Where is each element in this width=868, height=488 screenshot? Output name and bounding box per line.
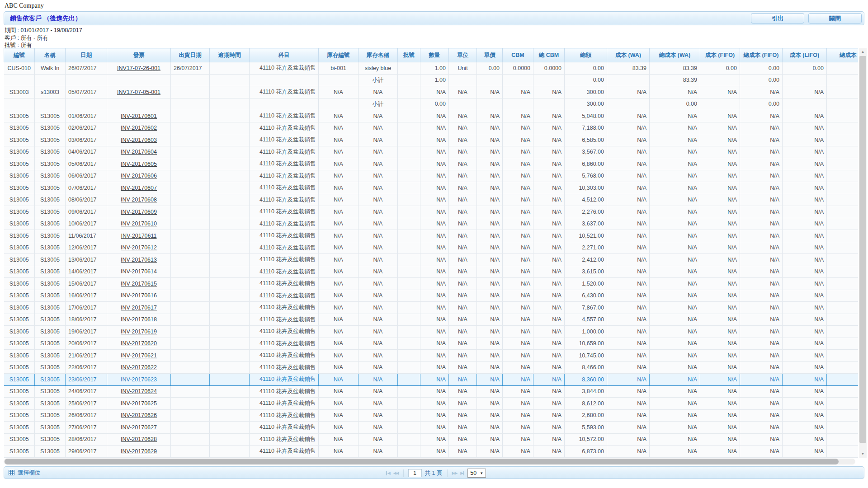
invoice-link[interactable]: INV-20170612 xyxy=(121,244,157,251)
invoice-link[interactable]: INV-20170617 xyxy=(121,305,157,311)
table-row[interactable]: S13005S1300526/06/2017INV-2017062641110 … xyxy=(4,409,859,422)
invoice-link[interactable]: INV-20170615 xyxy=(121,281,157,287)
invoice-link[interactable]: INV-20170611 xyxy=(121,233,157,239)
table-row[interactable]: S13005S1300506/06/2017INV-2017060641110 … xyxy=(4,170,859,182)
cell-cost-fifo: N/A xyxy=(700,398,740,410)
table-row[interactable]: S13005S1300523/06/2017INV-2017062341110 … xyxy=(4,374,859,386)
table-row[interactable]: S13005S1300521/06/2017INV-2017062141110 … xyxy=(4,350,859,362)
subtotal-row[interactable]: 小計0.00300.000.000.00 xyxy=(4,98,859,110)
invoice-link[interactable]: INV17-07-26-001 xyxy=(117,65,160,71)
scroll-down-icon[interactable]: ▼ xyxy=(859,450,867,458)
invoice-link[interactable]: INV-20170604 xyxy=(121,149,157,155)
table-row[interactable]: S13005S1300503/06/2017INV-2017060341110 … xyxy=(4,134,859,146)
table-row[interactable]: S13005S1300527/06/2017INV-2017062741110 … xyxy=(4,422,859,434)
horizontal-scrollbar[interactable] xyxy=(4,459,855,465)
pagination: ◀ ◀◀ 共 1 頁 ▶▶ ▶ 50 ▼ xyxy=(386,467,486,479)
table-row[interactable]: S13005S1300512/06/2017INV-2017061241110 … xyxy=(4,242,859,254)
cell-total-cost-lifo xyxy=(827,361,859,374)
invoice-link[interactable]: INV-20170607 xyxy=(121,185,157,191)
invoice-link[interactable]: INV-20170602 xyxy=(121,125,157,131)
page-size-select[interactable]: 50 ▼ xyxy=(467,469,486,478)
last-page-button[interactable]: ▶ xyxy=(460,471,464,475)
invoice-link[interactable]: INV-20170622 xyxy=(121,364,157,371)
invoice-link[interactable]: INV-20170627 xyxy=(121,424,157,431)
table-row[interactable]: S13005S1300508/06/2017INV-2017060841110 … xyxy=(4,194,859,206)
invoice-link[interactable]: INV-20170610 xyxy=(121,221,157,227)
invoice-link[interactable]: INV-20170628 xyxy=(121,436,157,442)
horizontal-scrollbar-thumb[interactable] xyxy=(5,459,839,465)
subtotal-row[interactable]: 小計1.000.0083.390.00 xyxy=(4,74,859,86)
cell-id: S13005 xyxy=(4,433,35,446)
table-row[interactable]: S13005S1300522/06/2017INV-2017062241110 … xyxy=(4,361,859,374)
invoice-link[interactable]: INV-20170609 xyxy=(121,209,157,215)
cell-cost-fifo: N/A xyxy=(700,326,740,338)
table-row[interactable]: S13005S1300505/06/2017INV-2017060541110 … xyxy=(4,158,859,170)
invoice-link[interactable]: INV-20170620 xyxy=(121,340,157,347)
table-row[interactable]: S13003s1300305/07/2017INV17-07-05-001411… xyxy=(4,86,859,99)
cell-batch xyxy=(398,98,420,110)
invoice-link[interactable]: INV-20170614 xyxy=(121,268,157,275)
invoice-link[interactable]: INV-20170603 xyxy=(121,137,157,143)
cell-cost-fifo: 0.00 xyxy=(700,62,740,75)
invoice-link[interactable]: INV17-07-05-001 xyxy=(117,89,160,95)
invoice-link[interactable]: INV-20170626 xyxy=(121,412,157,418)
table-row[interactable]: S13005S1300515/06/2017INV-2017061541110 … xyxy=(4,278,859,290)
invoice-link[interactable]: INV-20170613 xyxy=(121,257,157,263)
cell-total-cost-fifo: N/A xyxy=(740,409,783,422)
prev-page-button[interactable]: ◀◀ xyxy=(393,471,399,475)
table-row[interactable]: S13005S1300524/06/2017INV-2017062441110 … xyxy=(4,385,859,398)
cell-invoice: INV-20170617 xyxy=(107,302,171,314)
table-row[interactable]: S13005S1300520/06/2017INV-2017062041110 … xyxy=(4,338,859,350)
cell-total-cost-wa: N/A xyxy=(650,422,700,434)
first-page-button[interactable]: ◀ xyxy=(386,471,390,475)
scroll-up-icon[interactable]: ▲ xyxy=(859,48,867,56)
table-row[interactable]: S13005S1300511/06/2017INV-2017061141110 … xyxy=(4,230,859,242)
invoice-link[interactable]: INV-20170608 xyxy=(121,197,157,203)
invoice-link[interactable]: INV-20170624 xyxy=(121,388,157,394)
cell-batch xyxy=(398,86,420,99)
invoice-link[interactable]: INV-20170605 xyxy=(121,161,157,167)
table-row[interactable]: S13005S1300519/06/2017INV-2017061941110 … xyxy=(4,326,859,338)
invoice-link[interactable]: INV-20170616 xyxy=(121,292,157,299)
cell-cost-fifo: N/A xyxy=(700,278,740,290)
invoice-link[interactable]: INV-20170621 xyxy=(121,352,157,359)
cell-total-cbm: N/A xyxy=(533,158,565,170)
invoice-link[interactable]: INV-20170606 xyxy=(121,173,157,179)
table-row[interactable]: S13005S1300518/06/2017INV-2017061841110 … xyxy=(4,314,859,326)
cell-date: 26/06/2017 xyxy=(66,409,107,422)
table-row[interactable]: S13005S1300504/06/2017INV-2017060441110 … xyxy=(4,146,859,158)
cell-batch xyxy=(398,374,420,386)
cell-total-cost-lifo xyxy=(827,74,859,86)
table-row[interactable]: S13005S1300529/06/2017INV-2017062941110 … xyxy=(4,446,859,458)
vertical-scrollbar[interactable]: ▲ ▼ xyxy=(859,48,867,458)
cell-cost-lifo: N/A xyxy=(783,338,827,350)
vertical-scrollbar-thumb[interactable] xyxy=(859,56,866,443)
invoice-link[interactable]: INV-20170618 xyxy=(121,316,157,323)
table-row[interactable]: S13005S1300501/06/2017INV-2017060141110 … xyxy=(4,110,859,122)
invoice-link[interactable]: INV-20170619 xyxy=(121,328,157,335)
invoice-link[interactable]: INV-20170623 xyxy=(121,376,157,383)
cell-total-cbm: N/A xyxy=(533,266,565,278)
table-row[interactable]: S13005S1300513/06/2017INV-2017061341110 … xyxy=(4,254,859,266)
table-row[interactable]: S13005S1300514/06/2017INV-2017061441110 … xyxy=(4,266,859,278)
table-row[interactable]: S13005S1300507/06/2017INV-2017060741110 … xyxy=(4,182,859,194)
cell-overdue xyxy=(210,74,250,86)
invoice-link[interactable]: INV-20170629 xyxy=(121,448,157,455)
next-page-button[interactable]: ▶▶ xyxy=(452,471,457,475)
select-columns-button[interactable]: 選擇欄位 xyxy=(9,469,40,477)
table-row[interactable]: S13005S1300502/06/2017INV-2017060241110 … xyxy=(4,122,859,134)
invoice-link[interactable]: INV-20170601 xyxy=(121,113,157,119)
invoice-link[interactable]: INV-20170625 xyxy=(121,400,157,407)
export-button[interactable]: 引出 xyxy=(751,13,804,23)
table-row[interactable]: S13005S1300528/06/2017INV-2017062841110 … xyxy=(4,433,859,446)
table-row[interactable]: S13005S1300509/06/2017INV-2017060941110 … xyxy=(4,206,859,218)
cell-total-cbm: N/A xyxy=(533,326,565,338)
table-row[interactable]: S13005S1300516/06/2017INV-2017061641110 … xyxy=(4,290,859,302)
page-number-input[interactable] xyxy=(408,469,422,477)
cell-qty: N/A xyxy=(420,446,449,458)
table-row[interactable]: S13005S1300510/06/2017INV-2017061041110 … xyxy=(4,218,859,230)
table-row[interactable]: CUS-010Walk In26/07/2017INV17-07-26-0012… xyxy=(4,62,859,75)
close-button[interactable]: 關閉 xyxy=(808,13,862,23)
table-row[interactable]: S13005S1300517/06/2017INV-2017061741110 … xyxy=(4,302,859,314)
table-row[interactable]: S13005S1300525/06/2017INV-2017062541110 … xyxy=(4,398,859,410)
